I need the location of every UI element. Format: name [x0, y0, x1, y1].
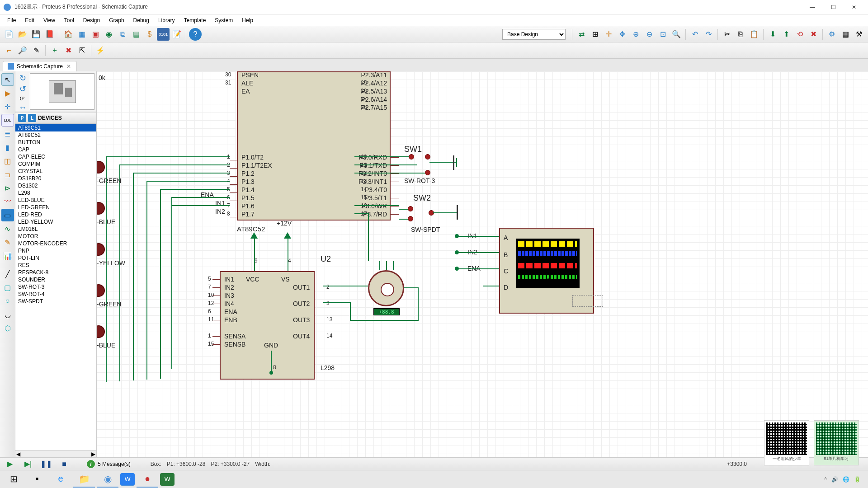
menu-graph[interactable]: Graph [104, 15, 128, 25]
device-item[interactable]: LED-BLUE [15, 197, 96, 204]
arc-2d-icon[interactable]: ◡ [1, 308, 14, 321]
device-item[interactable]: CAP [15, 146, 96, 153]
redo-icon[interactable]: ↷ [702, 28, 715, 41]
task-word-icon[interactable]: W [160, 473, 175, 486]
menu-design[interactable]: Design [79, 15, 104, 25]
new-icon[interactable]: 📄 [3, 28, 15, 41]
text-mode-icon[interactable]: ≣ [1, 127, 14, 140]
zoom-in-icon[interactable]: ⊕ [629, 28, 642, 41]
system-tray[interactable]: ^ 🔊 🌐 🔋 [824, 476, 865, 483]
tray-chevron-icon[interactable]: ^ [824, 476, 827, 483]
home-icon[interactable]: 🏠 [62, 28, 75, 41]
code-icon[interactable]: $ [143, 28, 156, 41]
path-2d-icon[interactable]: ⬡ [1, 322, 14, 334]
device-item[interactable]: LM016L [15, 225, 96, 233]
menu-view[interactable]: View [39, 15, 60, 25]
open-icon[interactable]: 📂 [16, 28, 29, 41]
menu-file[interactable]: File [3, 15, 20, 25]
pan-icon[interactable]: ✥ [616, 28, 628, 41]
start-button[interactable]: ⊞ [3, 471, 24, 488]
close-button[interactable]: ✕ [844, 0, 864, 14]
design-variant-select[interactable]: Base Design [502, 29, 566, 40]
stop-button[interactable]: ■ [58, 459, 71, 469]
sw1-dot-2[interactable] [425, 154, 430, 160]
circle-2d-icon[interactable]: ○ [1, 295, 14, 307]
generator-mode-icon[interactable]: ∿ [1, 222, 14, 235]
zoom-out-icon[interactable]: ⊖ [643, 28, 656, 41]
device-item[interactable]: RES [15, 262, 96, 269]
mirror-h-icon[interactable]: ↔ [17, 103, 28, 113]
task-edge-icon[interactable]: e [50, 471, 71, 488]
wire-tool-icon[interactable]: ⌐ [3, 44, 15, 57]
new-sheet-icon[interactable]: ＋ [48, 44, 61, 57]
run-button[interactable]: ▶ [4, 459, 16, 469]
step-button[interactable]: ▶| [22, 459, 34, 469]
overview-window[interactable] [30, 73, 94, 110]
device-item[interactable]: RESPACK-8 [15, 269, 96, 276]
graph-mode-icon[interactable]: 〰 [1, 195, 14, 208]
status-messages[interactable]: i 5 Message(s) [87, 460, 131, 468]
tab-close-icon[interactable]: ✕ [66, 63, 72, 70]
device-item[interactable]: SW-ROT-4 [15, 291, 96, 298]
tray-volume-icon[interactable]: 🔊 [831, 476, 838, 483]
device-item[interactable]: SW-SPDT [15, 298, 96, 305]
device-item[interactable]: DS18B20 [15, 175, 96, 182]
scroll-right-icon[interactable]: ▶ [91, 451, 95, 457]
pcb-icon[interactable]: ▣ [89, 28, 102, 41]
probe-mode-icon[interactable]: ✎ [1, 236, 14, 249]
menu-library[interactable]: Library [154, 15, 179, 25]
zoom-sheet-icon[interactable]: ⊡ [656, 28, 669, 41]
cut-icon[interactable]: ✂ [721, 28, 733, 41]
menu-edit[interactable]: Edit [20, 15, 39, 25]
goto-sheet-icon[interactable]: ⇱ [75, 44, 88, 57]
maximize-button[interactable]: ☐ [823, 0, 844, 14]
tray-network-icon[interactable]: 🌐 [843, 476, 849, 483]
zoom-area-icon[interactable]: 🔍 [670, 28, 683, 41]
copy-icon[interactable]: ⎘ [734, 28, 747, 41]
terminal-mode-icon[interactable]: ⊐ [1, 168, 14, 181]
schematic-icon[interactable]: ▦ [75, 28, 88, 41]
selection-mode-icon[interactable]: ↖ [1, 73, 14, 86]
task-terminal-icon[interactable]: ▪ [26, 471, 48, 488]
device-list[interactable]: AT89C51AT89C52BUTTONCAPCAP-ELECCOMPIMCRY… [15, 124, 96, 450]
sw1-dot-1[interactable] [409, 154, 414, 160]
grid-icon[interactable]: ⊞ [589, 28, 601, 41]
device-item[interactable]: SOUNDER [15, 276, 96, 283]
device-item[interactable]: CAP-ELEC [15, 153, 96, 160]
panel-scroll-h[interactable]: ◀ ▶ [15, 450, 96, 457]
pause-button[interactable]: ❚❚ [40, 459, 52, 469]
subcircuit-mode-icon[interactable]: ◫ [1, 155, 14, 167]
bom-icon[interactable]: ▤ [130, 28, 142, 41]
delete-sheet-icon[interactable]: ✖ [62, 44, 75, 57]
device-item[interactable]: DS1302 [15, 182, 96, 189]
block-copy-icon[interactable]: ⬇ [766, 28, 779, 41]
device-item[interactable]: LED-YELLOW [15, 218, 96, 225]
bus-mode-icon[interactable]: ▮ [1, 141, 14, 154]
paste-icon[interactable]: 📋 [748, 28, 760, 41]
library-button[interactable]: L [28, 114, 36, 122]
block-delete-icon[interactable]: ✖ [807, 28, 820, 41]
instrument-mode-icon[interactable]: 📊 [1, 249, 14, 262]
line-2d-icon[interactable]: ╱ [1, 267, 14, 280]
origin-icon[interactable]: ✛ [602, 28, 615, 41]
vsm-icon[interactable]: 0101 [157, 28, 170, 41]
undo-icon[interactable]: ↶ [689, 28, 701, 41]
device-item[interactable]: L298 [15, 189, 96, 197]
device-item[interactable]: LED-RED [15, 211, 96, 218]
menu-debug[interactable]: Debug [129, 15, 154, 25]
box-2d-icon[interactable]: ▢ [1, 281, 14, 294]
gerber-icon[interactable]: ⧉ [116, 28, 129, 41]
sw2-dot-1[interactable] [408, 206, 413, 211]
block-rotate-icon[interactable]: ⟲ [793, 28, 806, 41]
task-record-icon[interactable]: ● [137, 471, 158, 488]
notes-icon[interactable]: 📝 [170, 28, 183, 41]
rotate-ccw-icon[interactable]: ↺ [17, 84, 28, 94]
schematic-canvas[interactable]: 0k 3031PSENALEEA1 P1.0/T2 2 P1.1/T2EX 3 … [97, 71, 868, 457]
task-wps-icon[interactable]: W [120, 473, 135, 486]
exit-sheet-icon[interactable]: ⚡ [94, 44, 107, 57]
pick-icon[interactable]: ⚙ [826, 28, 838, 41]
rotate-cw-icon[interactable]: ↻ [17, 73, 28, 83]
device-item[interactable]: SW-ROT-3 [15, 283, 96, 291]
device-item[interactable]: AT89C52 [15, 131, 96, 139]
device-item[interactable]: MOTOR [15, 233, 96, 240]
